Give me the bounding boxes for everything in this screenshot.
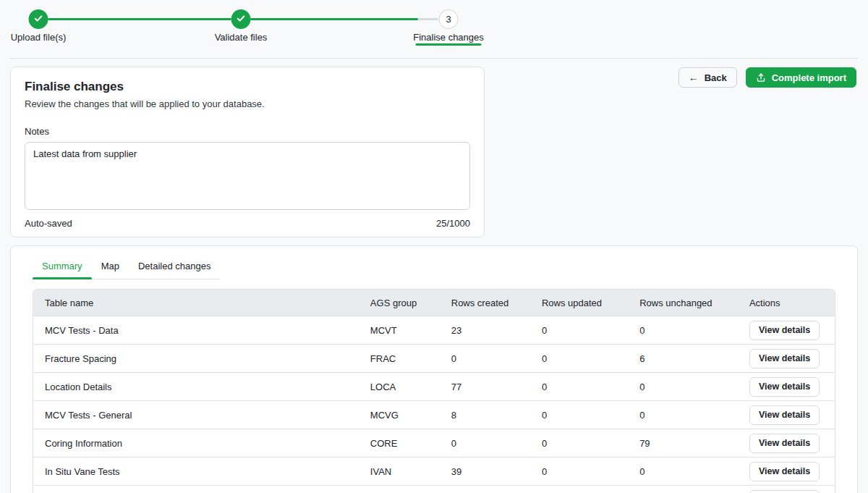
check-icon bbox=[236, 13, 247, 26]
summary-table: Table name AGS group Rows created Rows u… bbox=[33, 289, 835, 493]
table-row: Location Details LOCA 77 0 0 View detail… bbox=[33, 373, 835, 401]
notes-label: Notes bbox=[25, 126, 470, 137]
cell-rows-updated: 0 bbox=[530, 345, 628, 373]
complete-import-label: Complete import bbox=[772, 72, 846, 83]
view-details-button[interactable]: View details bbox=[749, 462, 820, 481]
cell-rows-updated: 0 bbox=[530, 316, 628, 345]
cell-ags-group: IVAN bbox=[359, 458, 440, 486]
cell-rows-created: 0 bbox=[440, 429, 530, 458]
table-row: MCV Tests - Data MCVT 23 0 0 View detail… bbox=[33, 316, 835, 345]
notes-footer: Auto-saved 25/1000 bbox=[25, 218, 470, 229]
cell-table-name: MCV Tests - General bbox=[33, 401, 359, 429]
cell-table-name: MCV Tests - Data bbox=[33, 316, 359, 345]
cell-table-name: Coring Information bbox=[33, 429, 359, 458]
cell-rows-updated: 0 bbox=[530, 429, 628, 458]
column-header-rows-created: Rows created bbox=[440, 290, 530, 316]
cell-rows-unchanged: 79 bbox=[628, 429, 738, 458]
cell-ags-group: SAMP bbox=[359, 486, 440, 493]
view-details-button[interactable]: View details bbox=[749, 405, 820, 425]
view-details-button[interactable]: View details bbox=[749, 434, 820, 453]
column-header-table-name: Table name bbox=[33, 290, 359, 316]
char-counter: 25/1000 bbox=[436, 218, 470, 229]
card-subtitle: Review the changes that will be applied … bbox=[25, 98, 470, 109]
column-header-rows-unchanged: Rows unchanged bbox=[628, 290, 738, 316]
upload-tray-arrow-icon bbox=[756, 72, 766, 83]
cell-table-name: In Situ Vane Tests bbox=[33, 458, 359, 486]
left-arrow-icon: ← bbox=[689, 72, 699, 83]
autosave-status: Auto-saved bbox=[25, 218, 72, 229]
tab-detailed-changes[interactable]: Detailed changes bbox=[129, 256, 220, 279]
back-button-label: Back bbox=[705, 72, 727, 83]
tab-map[interactable]: Map bbox=[92, 256, 129, 279]
wizard-stepper: Upload file(s) Validate files 3 Finalise… bbox=[0, 0, 868, 58]
cell-rows-created: 39 bbox=[440, 458, 530, 486]
table-row: Sample Information SAMP 2336 0 0 View de… bbox=[33, 486, 835, 493]
view-details-button[interactable]: View details bbox=[749, 490, 820, 493]
step-3-label: Finalise changes bbox=[413, 32, 484, 43]
table-row: MCV Tests - General MCVG 8 0 0 View deta… bbox=[33, 401, 835, 429]
header-divider bbox=[10, 58, 858, 59]
back-button[interactable]: ← Back bbox=[678, 67, 737, 88]
cell-rows-updated: 0 bbox=[530, 401, 628, 429]
summary-panel: Summary Map Detailed changes Table name … bbox=[10, 245, 858, 493]
cell-rows-unchanged: 0 bbox=[628, 373, 738, 401]
cell-ags-group: MCVT bbox=[359, 316, 440, 345]
cell-rows-updated: 0 bbox=[530, 373, 628, 401]
table-row: In Situ Vane Tests IVAN 39 0 0 View deta… bbox=[33, 458, 835, 486]
cell-ags-group: CORE bbox=[359, 429, 440, 458]
tab-bar: Summary Map Detailed changes bbox=[33, 256, 220, 279]
step-1-circle-complete[interactable] bbox=[29, 9, 48, 29]
cell-rows-updated: 0 bbox=[530, 458, 628, 486]
cell-rows-created: 23 bbox=[440, 316, 530, 345]
tab-summary[interactable]: Summary bbox=[33, 256, 92, 279]
view-details-button[interactable]: View details bbox=[749, 377, 820, 397]
column-header-actions: Actions bbox=[738, 290, 835, 316]
step-3-number: 3 bbox=[446, 14, 451, 25]
cell-rows-unchanged: 0 bbox=[628, 486, 738, 493]
cell-ags-group: LOCA bbox=[359, 373, 440, 401]
column-header-ags-group: AGS group bbox=[359, 290, 440, 316]
table-row: Fracture Spacing FRAC 0 0 6 View details bbox=[33, 345, 835, 373]
cell-rows-created: 8 bbox=[440, 401, 530, 429]
step-3-circle-current[interactable]: 3 bbox=[439, 9, 459, 29]
step-2-circle-complete[interactable] bbox=[231, 9, 251, 29]
cell-ags-group: FRAC bbox=[359, 345, 440, 373]
cell-rows-unchanged: 0 bbox=[628, 458, 738, 486]
cell-rows-created: 0 bbox=[440, 345, 530, 373]
step-1-label: Upload file(s) bbox=[11, 32, 67, 43]
header-actions: ← Back Complete import bbox=[678, 67, 856, 88]
cell-table-name: Sample Information bbox=[33, 486, 359, 493]
stepper-progress-line-2 bbox=[250, 18, 418, 20]
cell-rows-created: 77 bbox=[440, 373, 530, 401]
active-step-underline bbox=[416, 43, 482, 46]
notes-textarea[interactable]: Latest data from supplier bbox=[25, 142, 470, 210]
check-icon bbox=[33, 13, 44, 26]
cell-rows-updated: 0 bbox=[530, 486, 628, 493]
table-header-row: Table name AGS group Rows created Rows u… bbox=[33, 290, 835, 316]
card-title: Finalise changes bbox=[25, 80, 470, 94]
column-header-rows-updated: Rows updated bbox=[530, 290, 628, 316]
cell-rows-unchanged: 6 bbox=[628, 345, 738, 373]
cell-table-name: Location Details bbox=[33, 373, 359, 401]
view-details-button[interactable]: View details bbox=[749, 349, 820, 368]
cell-rows-unchanged: 0 bbox=[628, 316, 738, 345]
view-details-button[interactable]: View details bbox=[749, 321, 820, 340]
finalise-changes-card: Finalise changes Review the changes that… bbox=[10, 67, 485, 237]
cell-rows-created: 2336 bbox=[440, 486, 530, 493]
step-2-label: Validate files bbox=[215, 32, 268, 43]
table-row: Coring Information CORE 0 0 79 View deta… bbox=[33, 429, 835, 458]
cell-rows-unchanged: 0 bbox=[628, 401, 738, 429]
stepper-progress-line-1 bbox=[48, 18, 231, 20]
cell-table-name: Fracture Spacing bbox=[33, 345, 359, 373]
cell-ags-group: MCVG bbox=[359, 401, 440, 429]
complete-import-button[interactable]: Complete import bbox=[746, 67, 856, 88]
